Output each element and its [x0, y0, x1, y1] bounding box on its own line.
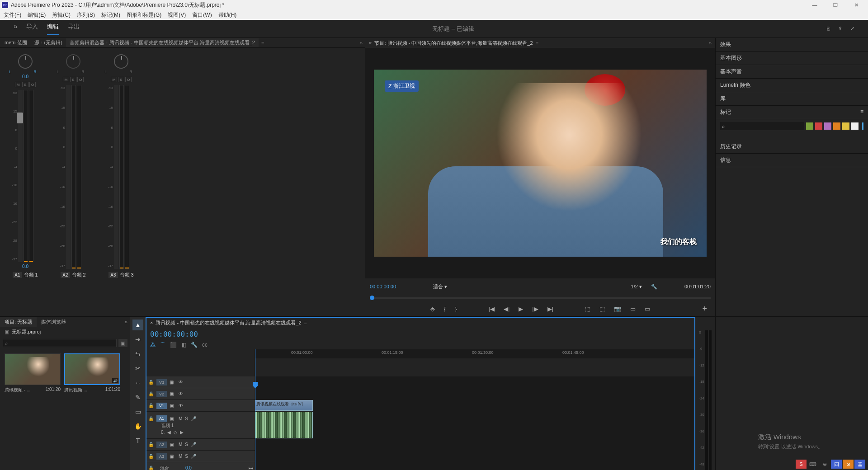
tray-icon[interactable]: 器 — [854, 460, 865, 469]
sequence-dropdown-icon[interactable]: ≡ — [304, 320, 307, 325]
tray-icon[interactable]: ⊕ — [819, 460, 830, 469]
track-label[interactable]: A3 — [156, 453, 167, 460]
tab-media-browser[interactable]: 媒体浏览器 — [37, 317, 71, 327]
pan-knob[interactable] — [18, 54, 33, 69]
program-dropdown-icon[interactable]: ≡ — [536, 40, 538, 46]
lift-icon[interactable]: ⬚ — [585, 306, 590, 312]
voice-icon[interactable]: 🎤 — [191, 416, 196, 421]
pan-knob[interactable] — [114, 54, 128, 69]
marker-color-orange[interactable] — [833, 122, 840, 130]
volume-fader[interactable] — [66, 85, 71, 269]
playhead-marker[interactable] — [370, 296, 374, 300]
sync-lock-icon[interactable]: ▣ — [170, 416, 176, 421]
tab-project[interactable]: 项目: 无标题 — [0, 317, 37, 327]
menu-sequence[interactable]: 序列(S) — [77, 11, 95, 19]
linked-selection-icon[interactable]: ⌒ — [160, 341, 165, 349]
close-button[interactable]: ✕ — [850, 0, 863, 9]
timeline-timecode[interactable]: 00:00:00:00 — [150, 330, 198, 338]
track-label[interactable]: V1 — [156, 403, 167, 409]
voice-icon[interactable]: 🎤 — [191, 442, 196, 447]
mark-clip-icon[interactable]: } — [455, 306, 457, 312]
close-tab-icon[interactable]: × — [150, 320, 153, 325]
menu-help[interactable]: 帮助(H) — [218, 11, 237, 19]
tab-lumetri-scopes[interactable]: metri 范围 — [1, 38, 31, 47]
zoom-fit-dropdown[interactable]: 适合 ▾ — [433, 283, 447, 290]
solo-button[interactable]: S — [22, 82, 28, 87]
type-tool-icon[interactable]: T — [132, 435, 143, 446]
menu-edit[interactable]: 编辑(E) — [28, 11, 46, 19]
menu-graphics[interactable]: 图形和标题(G) — [127, 11, 161, 19]
record-button[interactable]: O — [29, 82, 36, 87]
extract-icon[interactable]: ⬚ — [599, 306, 605, 312]
sync-lock-icon[interactable]: ▣ — [170, 391, 176, 396]
home-icon[interactable]: ⌂ — [14, 23, 17, 35]
project-search-input[interactable] — [3, 339, 117, 347]
collapse-icon[interactable]: ▸◂ — [249, 465, 253, 470]
resolution-dropdown[interactable]: 1/2 ▾ — [631, 284, 642, 290]
step-back-icon[interactable]: ◀| — [504, 306, 509, 312]
solo-icon[interactable]: S — [185, 454, 188, 459]
panel-menu-icon[interactable]: » — [360, 40, 365, 46]
toggle-output-icon[interactable]: 👁 — [179, 380, 185, 385]
solo-button[interactable]: S — [118, 77, 124, 82]
timeline-playhead[interactable] — [255, 349, 255, 470]
close-tab-icon[interactable]: × — [369, 40, 372, 46]
solo-icon[interactable]: S — [185, 442, 188, 447]
volume-fader[interactable] — [18, 90, 23, 262]
tab-source[interactable]: 源：(无剪辑) — [31, 38, 66, 47]
panel-library[interactable]: 库 — [716, 92, 868, 106]
tab-audio-mixer[interactable]: 音频剪辑混合器：腾讯视频 - 中国领先的在线视频媒体平台,海量高清视频在线观看_… — [66, 38, 259, 47]
panel-menu-icon[interactable]: » — [709, 40, 712, 46]
sync-lock-icon[interactable]: ▣ — [170, 442, 176, 447]
workspace-export[interactable]: 导出 — [68, 23, 80, 35]
toggle-output-icon[interactable]: 👁 — [179, 391, 185, 396]
workspace-edit[interactable]: 编辑 — [47, 23, 59, 35]
sync-lock-icon[interactable]: ▣ — [170, 403, 176, 408]
mute-button[interactable]: M — [15, 82, 21, 87]
bin-item[interactable]: 🔊 腾讯视频 ...1:01:20 — [64, 353, 120, 393]
pan-knob[interactable] — [66, 54, 80, 69]
lock-icon[interactable]: 🔒 — [148, 391, 154, 396]
mute-icon[interactable]: M — [179, 416, 182, 421]
slip-tool-icon[interactable]: ↔ — [132, 377, 143, 388]
track-select-tool-icon[interactable]: ⇥ — [132, 334, 143, 345]
hand-tool-icon[interactable]: ✋ — [132, 421, 143, 432]
keyframe-next-icon[interactable]: ▶ — [180, 430, 184, 435]
button-editor-icon[interactable]: ▭ — [645, 306, 650, 312]
tray-icon[interactable]: 四 — [831, 460, 842, 469]
solo-button[interactable]: S — [70, 77, 76, 82]
bin-icon[interactable]: ▣ — [5, 329, 9, 335]
share-icon[interactable]: ⇪ — [838, 26, 842, 32]
add-button-icon[interactable]: + — [702, 304, 707, 314]
panel-lumetri[interactable]: Lumetri 颜色 — [716, 79, 868, 92]
mute-icon[interactable]: M — [179, 442, 182, 447]
tray-icon[interactable]: S — [796, 460, 807, 469]
mute-icon[interactable]: M — [179, 454, 182, 459]
menu-view[interactable]: 视图(V) — [168, 11, 186, 19]
lock-icon[interactable]: 🔒 — [148, 454, 154, 459]
bin-item[interactable]: 腾讯视频 - ...1:01:20 — [5, 353, 61, 393]
minimize-button[interactable]: — — [808, 0, 821, 9]
tray-icon[interactable]: ⌨ — [807, 460, 818, 469]
panel-sound[interactable]: 基本声音 — [716, 65, 868, 79]
mute-button[interactable]: M — [111, 77, 117, 82]
comparison-view-icon[interactable]: ▭ — [630, 306, 636, 312]
channel-id[interactable]: A3 — [108, 272, 118, 278]
wrench-icon[interactable]: 🔧 — [191, 342, 198, 348]
timeline-ruler[interactable]: 00:01:00:00 00:01:15:00 00:01:30:00 00:0… — [255, 349, 694, 358]
video-clip[interactable]: 腾讯视频在线观看_2ts [V] — [255, 400, 313, 411]
insert-icon[interactable]: ◧ — [181, 342, 186, 348]
channel-id[interactable]: A1 — [13, 272, 22, 278]
volume-fader[interactable] — [114, 85, 118, 269]
panel-info[interactable]: 信息 — [716, 154, 868, 167]
new-bin-icon[interactable]: ▣ — [118, 339, 127, 347]
channel-id[interactable]: A2 — [61, 272, 70, 278]
menu-file[interactable]: 文件(F) — [4, 11, 21, 19]
mark-in-icon[interactable]: ⬘ — [430, 306, 435, 312]
wrench-icon[interactable]: 🔧 — [651, 284, 657, 290]
marker-search-input[interactable] — [720, 122, 804, 130]
panel-graphics[interactable]: 基本图形 — [716, 52, 868, 65]
lock-icon[interactable]: 🔒 — [148, 442, 154, 447]
rectangle-tool-icon[interactable]: ▭ — [132, 406, 143, 417]
track-label[interactable]: V2 — [156, 391, 167, 397]
